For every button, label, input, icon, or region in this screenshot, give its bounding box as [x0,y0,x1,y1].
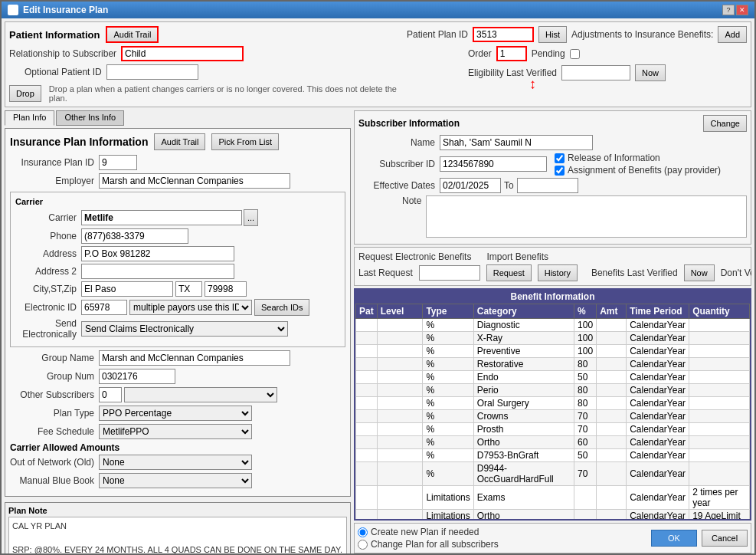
table-cell: 100 [574,332,597,345]
table-row[interactable]: %Oral Surgery80CalendarYear [356,397,750,410]
group-name-input[interactable] [99,350,290,366]
dont-verify-label: Don't Verify [721,268,751,278]
table-row[interactable]: %Perio80CalendarYear [356,384,750,397]
plan-note-title: Plan Note [8,506,347,515]
table-cell: 50 [574,449,597,462]
ins-plan-id-input[interactable] [99,155,137,170]
table-cell [377,486,423,510]
plan-type-select[interactable]: PPO Percentage [99,406,252,421]
table-cell: % [423,371,473,384]
note-textarea[interactable] [426,195,747,238]
table-row[interactable]: %D7953-BnGraft50CalendarYear [356,449,750,462]
help-button[interactable]: ? [722,5,735,15]
table-cell [597,358,627,371]
benefit-table-container[interactable]: Pat Level Type Category % Amt Time Perio… [355,304,750,519]
elig-last-verified-input[interactable] [561,65,630,80]
effective-date-input[interactable] [440,178,501,193]
table-row[interactable]: LimitationsExamsCalendarYear2 times per … [356,486,750,510]
carrier-input[interactable] [81,210,242,225]
last-request-input[interactable] [419,265,480,281]
subscriber-id-input[interactable] [440,156,547,172]
patient-plan-id-label: Patient Plan ID [407,29,468,40]
assignment-of-benefits-row: Assignment of Benefits (pay provider) [555,165,721,176]
col-time-period: Time Period [627,304,689,319]
close-button[interactable]: ✕ [736,5,748,15]
table-cell: % [423,449,473,462]
table-cell: 80 [574,397,597,410]
manual-blue-book-select[interactable]: None [99,473,252,488]
address-input[interactable] [81,246,234,261]
insurance-plan-title: Insurance Plan Information [10,136,148,148]
table-cell: 60 [574,436,597,449]
electronic-id-input[interactable] [81,300,127,315]
table-row[interactable]: %Diagnostic100CalendarYear [356,319,750,332]
assignment-of-benefits-checkbox[interactable] [555,166,565,176]
address2-input[interactable] [81,264,234,279]
subscriber-name-label: Name [358,137,435,148]
multiple-payors-select[interactable]: multiple payors use this ID [129,300,252,315]
carrier-browse-button[interactable]: ... [244,209,258,226]
hist-button[interactable]: Hist [538,26,567,43]
table-row[interactable]: %Preventive100CalendarYear [356,345,750,358]
phone-label: Phone [15,231,77,241]
city-input[interactable] [81,281,173,297]
audit-trail-button-plan[interactable]: Audit Trail [154,133,205,150]
state-input[interactable] [175,281,202,297]
table-row[interactable]: %Crowns70CalendarYear [356,410,750,423]
electronic-id-label: Electronic ID [15,302,77,313]
table-cell: Endo [473,371,574,384]
other-subscribers-input[interactable] [99,387,122,402]
pending-checkbox[interactable] [570,49,580,59]
change-button[interactable]: Change [703,115,747,132]
history-button[interactable]: History [538,264,578,281]
benefits-now-button[interactable]: Now [684,264,715,281]
table-row[interactable]: %Prosth70CalendarYear [356,423,750,436]
table-cell: 80 [574,384,597,397]
tab-other-ins-info[interactable]: Other Ins Info [56,110,124,126]
send-electronically-select[interactable]: Send Claims Electronically [81,321,288,337]
fee-schedule-select[interactable]: MetlifePPO [99,424,252,439]
pick-from-list-button[interactable]: Pick From List [211,133,279,150]
create-new-radio[interactable] [358,527,368,537]
search-ids-button[interactable]: Search IDs [254,299,309,316]
release-of-info-checkbox[interactable] [555,153,565,163]
zip-input[interactable] [205,281,247,297]
table-row[interactable]: %D9944-OccGuardHardFull70CalendarYear [356,462,750,486]
table-row[interactable]: %X-Ray100CalendarYear [356,332,750,345]
table-row[interactable]: %Ortho60CalendarYear [356,436,750,449]
table-row[interactable]: LimitationsOrthoCalendarYear19 AgeLimit [356,510,750,520]
optional-patient-id-input[interactable] [106,64,198,80]
relationship-dropdown[interactable]: Child [121,46,244,61]
table-cell: D9944-OccGuardHardFull [473,462,574,486]
cancel-button[interactable]: Cancel [702,530,748,547]
change-plan-radio[interactable] [358,540,368,550]
to-date-input[interactable] [517,178,578,193]
group-num-input[interactable] [99,369,175,384]
add-button[interactable]: Add [718,26,747,43]
out-of-network-select[interactable]: None [99,455,252,470]
table-cell: CalendarYear [627,397,689,410]
tab-plan-info[interactable]: Plan Info [5,110,54,126]
table-row[interactable]: %Restorative80CalendarYear [356,358,750,371]
table-cell [597,449,627,462]
table-cell [689,449,750,462]
order-input[interactable] [496,46,527,61]
elig-now-button[interactable]: Now [635,64,666,81]
drop-button[interactable]: Drop [9,85,41,102]
left-column: Plan Info Other Ins Info Insurance Plan … [5,110,351,553]
subscriber-name-input[interactable] [440,135,593,150]
employer-input[interactable] [99,173,290,189]
table-cell [356,371,378,384]
title-bar-left: ✎ Edit Insurance Plan [8,5,108,15]
patient-plan-id-input[interactable] [473,27,534,42]
table-row[interactable]: %Endo50CalendarYear [356,371,750,384]
plan-type-row: Plan Type PPO Percentage [10,406,345,421]
import-benefits-label: Import Benefits [486,251,548,262]
request-button[interactable]: Request [486,264,532,281]
group-name-label: Group Name [10,353,94,363]
other-subscribers-select[interactable] [124,387,277,402]
phone-input[interactable] [81,228,188,244]
audit-trail-button-top[interactable]: Audit Trail [106,26,159,43]
ok-button[interactable]: OK [651,530,697,547]
table-cell: % [423,423,473,436]
